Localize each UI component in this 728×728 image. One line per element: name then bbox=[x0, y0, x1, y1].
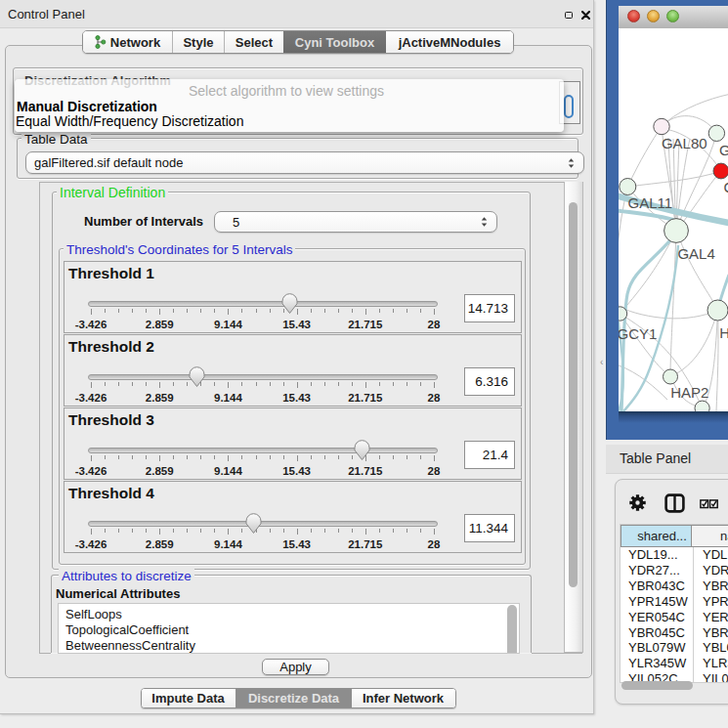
svg-text:GAL4: GAL4 bbox=[677, 245, 714, 262]
svg-text:CY: CY bbox=[724, 179, 728, 195]
svg-text:GCY1: GCY1 bbox=[619, 325, 657, 342]
svg-text:GA: GA bbox=[719, 142, 728, 158]
svg-text:HAP2: HAP2 bbox=[670, 384, 708, 401]
svg-text:GAL11: GAL11 bbox=[628, 194, 673, 211]
svg-text:GAL80: GAL80 bbox=[662, 135, 707, 151]
svg-text:HI: HI bbox=[719, 324, 728, 341]
